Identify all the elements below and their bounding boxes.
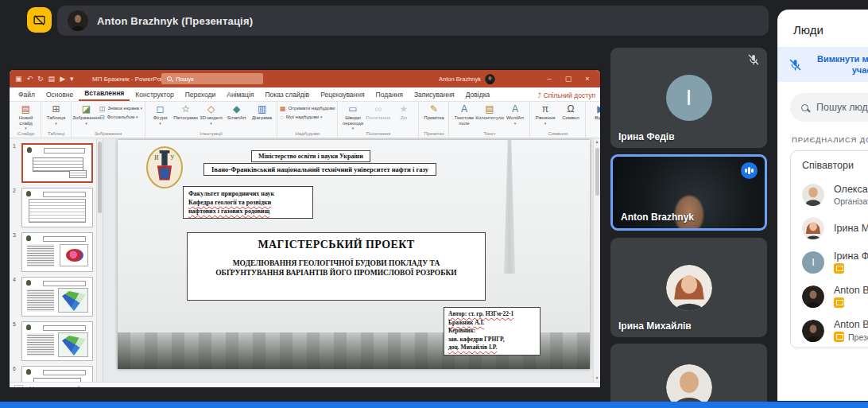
mute-all-button[interactable]: Вимкнути мікрофони всіх учасників	[777, 47, 868, 82]
ribbon-button-screenshot[interactable]: ◫Знімок екрана ▾	[99, 105, 142, 112]
svg-text:И: И	[154, 154, 159, 161]
screenshot-icon: ◫	[99, 105, 106, 112]
thumbnail-preview	[21, 321, 93, 361]
faculty-box[interactable]: Факультет природничих наукКафедра геолог…	[183, 186, 313, 219]
shared-screen-powerpoint: ▣↶↻▤▶▾ МП Бражник - PowerPoint Пошук Ant…	[10, 70, 600, 387]
university-box[interactable]: Івано-Франківський національний технічни…	[203, 163, 436, 176]
thumbnail-number: 1	[13, 143, 18, 183]
slide-thumbnail-4[interactable]: 4	[13, 277, 95, 317]
ribbon-tab-Показ слайдів[interactable]: Показ слайдів	[259, 89, 315, 101]
thumbnail-scrollbar[interactable]	[98, 142, 102, 213]
shapes-icon: ◻	[157, 104, 165, 115]
avatar	[802, 320, 824, 342]
stop-presenting-button[interactable]	[27, 7, 52, 33]
slide-canvas[interactable]: И У Міністерство освіти і науки України …	[118, 140, 590, 369]
ribbon-group-label: Примітки	[421, 130, 446, 138]
bottom-accent-strip	[0, 402, 868, 408]
ribbon-button-new-slide[interactable]: ▤Новий слайд▾	[14, 103, 38, 130]
ribbon-button-my-addins[interactable]: ◌Мої надбудови ▾	[280, 114, 335, 121]
slide-thumbnail-2[interactable]: 2	[13, 188, 95, 227]
ribbon-group: AТекстове поле▤КолонтитулиAWordArt▾Текст	[449, 102, 530, 138]
share-button[interactable]: ⤴ Спільний доступ	[537, 91, 595, 99]
ribbon-button-icons[interactable]: ☆Піктограми	[173, 103, 198, 130]
ribbon-tab-Рецензування[interactable]: Рецензування	[315, 89, 370, 101]
initial-avatar: I	[802, 251, 824, 274]
chart-icon: ▥	[258, 104, 266, 115]
slide-title: МАГІСТЕРСЬКИЙ ПРОЕКТ	[188, 239, 485, 251]
author-box[interactable]: Автор: ст. гр. НЗГм-22-1Бражник А.І.Кері…	[444, 307, 541, 356]
participant-tile-4[interactable]: Олександр Трубенко	[610, 344, 767, 408]
minimize-button[interactable]: –	[540, 75, 559, 83]
notes-placeholder[interactable]: Нотатки до слайда	[29, 385, 88, 387]
ribbon-tab-Переходи[interactable]: Переходи	[180, 89, 222, 101]
ribbon-button-zoom-links[interactable]: ▭Швидкі переходи▾	[340, 103, 365, 130]
contributors-group-header[interactable]: Співавтори	[791, 151, 868, 178]
ribbon-button-video[interactable]: ▶Відео▾	[588, 103, 600, 130]
ministry-box[interactable]: Міністерство освіти і науки України	[251, 150, 370, 162]
ribbon-button-equation[interactable]: πРівняння▾	[533, 103, 557, 130]
ppt-search-box[interactable]: Пошук	[161, 73, 263, 84]
ribbon-button-pictures[interactable]: ◪Зображення▾	[74, 103, 99, 130]
customize-qat-icon[interactable]: ▾	[70, 75, 74, 83]
ribbon-tab-Анімація[interactable]: Анімація	[221, 89, 259, 101]
ribbon-tab-Довідка[interactable]: Довідка	[460, 89, 496, 101]
header-footer-icon: ▤	[485, 104, 494, 115]
slide-thumbnail-3[interactable]: 3	[13, 232, 95, 272]
thumbnail-number: 5	[13, 321, 18, 361]
start-slideshow-icon[interactable]: ▶	[60, 75, 65, 83]
ribbon-tab-Конструктор[interactable]: Конструктор	[130, 89, 179, 101]
participant-tile-1[interactable]: IІрина Федів	[610, 48, 767, 148]
participant-tile-2[interactable]: Anton Brazhnyk	[610, 154, 767, 231]
participant-row[interactable]: Ірина Михайлів	[791, 212, 868, 245]
avatar	[802, 286, 824, 308]
signed-in-user[interactable]: Anton Brazhnyk	[439, 70, 495, 87]
ribbon-button-addins-store[interactable]: ▦Отримати надбудови	[280, 105, 335, 112]
ribbon-tab-Файл[interactable]: Файл	[13, 89, 41, 101]
undo-icon[interactable]: ↶	[27, 75, 33, 83]
text-box-icon: A	[461, 104, 467, 115]
university-logo: И У	[146, 146, 183, 188]
presenter-bar[interactable]: Anton Brazhnyk (Презентація)	[57, 6, 769, 36]
slide-thumbnail-1[interactable]: 1	[13, 143, 95, 183]
ribbon-button-comment[interactable]: ✎Примітка	[421, 103, 446, 130]
redo-icon[interactable]: ↻	[37, 75, 44, 83]
slide-scrollbar[interactable]: ▲▼	[593, 138, 600, 382]
ribbon-group: πРівняння▾ΩСимволСимволи	[530, 102, 586, 138]
ribbon-button-3d-models[interactable]: ◇3D-моделі▾	[199, 103, 223, 130]
thumbnail-panel[interactable]: 123456	[10, 138, 103, 382]
ribbon-button-link[interactable]: ∞Посилання	[366, 103, 390, 130]
title-box[interactable]: МАГІСТЕРСЬКИЙ ПРОЕКТ МОДЕЛЮВАННЯ ГЕОЛОГІ…	[187, 232, 486, 301]
participant-name: Ірина Михайлів	[834, 223, 868, 234]
participant-row[interactable]: Anton BrazhnykПрезентація	[791, 313, 868, 348]
preview-icon[interactable]: ▤	[48, 75, 56, 83]
ribbon-tab-Основне[interactable]: Основне	[41, 89, 79, 101]
ribbon-button-shapes[interactable]: ◻Фігури▾	[148, 103, 172, 130]
ribbon-tab-Записування[interactable]: Записування	[409, 89, 460, 101]
people-search-input[interactable]: Пошук людей	[790, 93, 868, 122]
ribbon-group: ⊞Таблиця▾Таблиці	[41, 102, 72, 138]
save-icon[interactable]: ▣	[15, 75, 22, 83]
restore-button[interactable]: ▢	[559, 75, 578, 83]
participant-row[interactable]: IІрина Федів	[791, 245, 868, 279]
participant-row[interactable]: Anton Brazhnyk	[791, 279, 868, 313]
ribbon-tab-Вставлення[interactable]: Вставлення	[79, 87, 130, 101]
participant-tile-3[interactable]: Ірина Михайлів	[610, 238, 767, 337]
notes-collapse-button[interactable]: ▾	[14, 385, 23, 388]
contributors-card: Співавтори Олександр ТрубенкоОрганізатор…	[790, 150, 868, 348]
ribbon-button-table[interactable]: ⊞Таблиця▾	[44, 103, 68, 130]
close-button[interactable]: ×	[578, 75, 597, 83]
ribbon-button-header-footer[interactable]: ▤Колонтитули	[477, 103, 502, 130]
ribbon-button-wordart[interactable]: AWordArt▾	[502, 103, 527, 130]
ribbon-button-smartart[interactable]: ◆SmartArt	[224, 103, 249, 130]
ribbon-tab-Подання[interactable]: Подання	[370, 89, 409, 101]
ribbon-button-chart[interactable]: ▥Діаграма	[250, 103, 274, 130]
participant-row[interactable]: Олександр ТрубенкоОрганізатор	[791, 178, 868, 212]
ribbon-group: ▭Швидкі переходи▾∞Посилання★ДіяПосилання	[338, 102, 419, 138]
ribbon-button-symbol[interactable]: ΩСимвол	[558, 103, 583, 130]
slide-thumbnail-6[interactable]: 6	[13, 366, 95, 382]
ribbon-button-text-box[interactable]: AТекстове поле	[451, 103, 476, 130]
ribbon-button-action[interactable]: ★Дія	[391, 103, 416, 130]
ribbon-group: ✎ПриміткаПримітки	[419, 102, 449, 138]
slide-thumbnail-5[interactable]: 5	[13, 321, 95, 361]
ribbon-button-photo-album[interactable]: ⊟Фотоальбом ▾	[99, 114, 142, 121]
